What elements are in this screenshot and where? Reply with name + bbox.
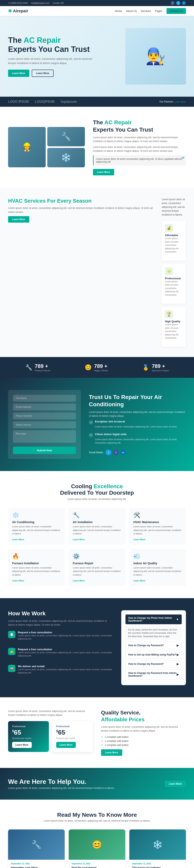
step-2-title: We deliver and install (18, 665, 113, 668)
feature-1-desc: Lorem ipsum dolor sit amet, consectetur … (95, 438, 186, 445)
pricing-features: ✓1 complain add button ✓1 complain add b… (101, 736, 186, 746)
about-learn-btn[interactable]: Learn More (93, 169, 114, 175)
cooling-link-3[interactable]: Learn More (12, 580, 24, 582)
cooling-desc-1: Lorem ipsum dolor sit amet, consectetur … (73, 525, 121, 536)
cooling-icon-1: 🔧 (73, 512, 121, 519)
navbar: ❄ Airepair Home About Us Services Pages … (0, 6, 194, 16)
cooling-link-1[interactable]: Learn More (73, 538, 85, 541)
faq-item-1[interactable]: How to Change my Password? ▶ (125, 642, 182, 649)
form-name[interactable] (13, 395, 76, 402)
nav-contact[interactable]: Contact Us (167, 8, 186, 14)
partner-learn-more[interactable]: Learn More (175, 100, 186, 103)
hero-section: The AC Repair Experts You Can Trust Lore… (0, 16, 194, 97)
contact-facebook[interactable]: f (113, 450, 119, 455)
partner-logo-2: LOGIQPSUM (35, 100, 55, 103)
topbar-social: f t in (171, 1, 186, 5)
cta-banner: We Are Here To Help You. Lorem green dol… (0, 768, 194, 800)
faq-item-2[interactable]: How to Set up Auto-Billing using PayPal?… (125, 651, 182, 658)
contact-feature-0: ✓ Excepteur sint eccaecat Lorem ipsum do… (89, 420, 186, 431)
form-phone[interactable] (13, 412, 76, 420)
cooling-title-2: HVAC Maintenance (133, 521, 182, 524)
stat-0: 🔧 789 + Projects Placed (25, 363, 50, 372)
nav-home[interactable]: Home (115, 9, 122, 12)
form-message[interactable] (13, 430, 76, 443)
hvac-card-0: 💰 Affordable Lorem ipsum dolor sit amet … (162, 221, 186, 261)
contact-twitter[interactable]: t (106, 450, 111, 455)
hero-headline-2: Experts You Can Trust (8, 45, 90, 54)
feature-0-desc: Lorem ipsum dolor sit amet, consectetur … (95, 425, 177, 429)
cooling-desc-3: Lorem ipsum dolor sit amet, consectetur … (12, 566, 61, 577)
stats-section: 🔧 789 + Projects Placed 😊 789 + Happy Cl… (0, 357, 194, 378)
news-img-0: 🔧 (8, 830, 65, 860)
faq-arrow-2: ▶ (176, 653, 179, 656)
faq-item-4[interactable]: How to Change my Password from Admin Das… (125, 670, 182, 680)
nav-pages[interactable]: Pages (155, 9, 163, 12)
stat-2-icon: 🏅 (142, 364, 149, 371)
form-email[interactable] (13, 404, 76, 410)
pricing-learn-btn[interactable]: Learn More (101, 749, 122, 756)
stat-1-label: Happy Clients (94, 369, 108, 372)
cooling-link-2[interactable]: Learn More (133, 538, 145, 541)
pricing-card-0: Professional $65 Services per month Lear… (8, 721, 49, 752)
cooling-icon-3: 🔥 (12, 553, 61, 560)
faq-item-0[interactable]: How to Change my Photo from Admin Dashbo… (125, 614, 182, 624)
pricing-intro: Lorem ipsum dolor sit amet, consectetur … (8, 709, 93, 717)
cta-btn[interactable]: Learn More (165, 781, 186, 787)
hvac-learn-btn[interactable]: Learn More (8, 216, 29, 223)
pricing-desc-0: Services per month (12, 737, 45, 739)
hvac-card-2-desc: Lorem ipsum dolor sit amet consectetur a… (165, 323, 183, 340)
hvac-card-1-title: Professional (165, 277, 183, 280)
cooling-title-0: Air Conditioning (12, 521, 61, 524)
check-0: ✓ (101, 736, 103, 738)
pricing-cards: Professional $65 Services per month Lear… (8, 721, 93, 752)
faq-item-3[interactable]: How to Change my Password? ▶ (125, 660, 182, 668)
pricing-btn-1[interactable]: Learn More (56, 742, 76, 748)
cooling-section: Cooling Excellence Delivered To Your Doo… (0, 471, 194, 598)
stat-1-number: 789 + (94, 363, 108, 369)
step-1-title: Request a free consultation (18, 648, 113, 651)
hvac-card-0-title: Affordable (165, 234, 183, 237)
form-service[interactable] (13, 422, 76, 428)
contact-linkedin[interactable]: in (120, 450, 126, 455)
twitter-icon[interactable]: t (176, 1, 180, 5)
cooling-desc-4: Lorem ipsum dolor sit amet, consectetur … (73, 566, 121, 577)
cooling-desc-5: Lorem ipsum dolor sit amet, consectetur … (133, 566, 182, 577)
nav-services[interactable]: Services (141, 9, 151, 12)
partner-label: Our Partners (160, 100, 173, 103)
hvac-intro: Lorem ipsum dolor sit amet, consectetur … (162, 197, 186, 217)
stat-1: 😊 789 + Happy Clients (85, 363, 108, 372)
linkedin-icon[interactable]: in (182, 1, 186, 5)
how-headline: How We Work (8, 610, 113, 617)
cooling-title-5: Indoor Air Quality (133, 562, 182, 565)
how-step-1: 👍 Request a free consultation Lorem ipsu… (8, 648, 113, 661)
about-para1: Lorem ipsum dolor sit amet, consectetur … (93, 135, 186, 143)
cooling-icon-0: ❄️ (12, 512, 61, 519)
stat-0-number: 789 + (35, 363, 50, 369)
cooling-grid: ❄️ Air Conditioning Lorem ipsum dolor si… (8, 508, 186, 586)
logo[interactable]: ❄ Airepair (8, 8, 28, 14)
logo-icon: ❄ (8, 8, 12, 14)
hero-services-btn[interactable]: Learn More (32, 70, 54, 77)
hvac-right: Lorem ipsum dolor sit amet, consectetur … (162, 197, 186, 347)
cooling-link-5[interactable]: Learn More (133, 580, 145, 582)
cooling-link-4[interactable]: Learn More (73, 580, 85, 582)
topbar-email: mail@airepair.com (31, 2, 50, 4)
news-title-1: Feel the cool breeze (72, 866, 122, 868)
nav-about[interactable]: About Us (126, 9, 137, 12)
check-2: ✓ (101, 744, 103, 746)
news-section: Read My News To Know More Lorem ipsum do… (0, 800, 194, 868)
form-submit-btn[interactable]: Submit Now (13, 446, 76, 454)
stat-2-number: 789 + (152, 363, 169, 369)
facebook-icon[interactable]: f (171, 1, 175, 5)
pricing-btn-0[interactable]: Learn More (12, 742, 32, 748)
news-headline: Read My News To Know More (8, 812, 186, 818)
cooling-link-0[interactable]: Learn More (12, 538, 24, 541)
cooling-title-1: AC Installation (73, 521, 121, 524)
about-img-main: 👷 (8, 127, 46, 167)
pricing-left: Lorem ipsum dolor sit amet, consectetur … (8, 709, 93, 752)
hvac-card-1-desc: Lorem ipsum dolor sit amet consectetur a… (165, 280, 183, 297)
hvac-card-1: ⭐ Professional Lorem ipsum dolor sit ame… (162, 264, 186, 304)
step-2-desc: Lorem ipsum dolor sit amet, consectetur … (18, 668, 113, 675)
news-grid: 🔧 September 12, 2022 Innovating cool ide… (8, 830, 186, 868)
hero-learn-btn[interactable]: Learn More (8, 70, 29, 77)
